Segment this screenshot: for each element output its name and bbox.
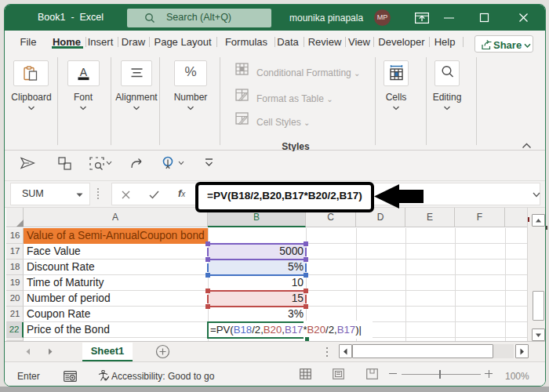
svg-text:A: A bbox=[80, 66, 88, 78]
